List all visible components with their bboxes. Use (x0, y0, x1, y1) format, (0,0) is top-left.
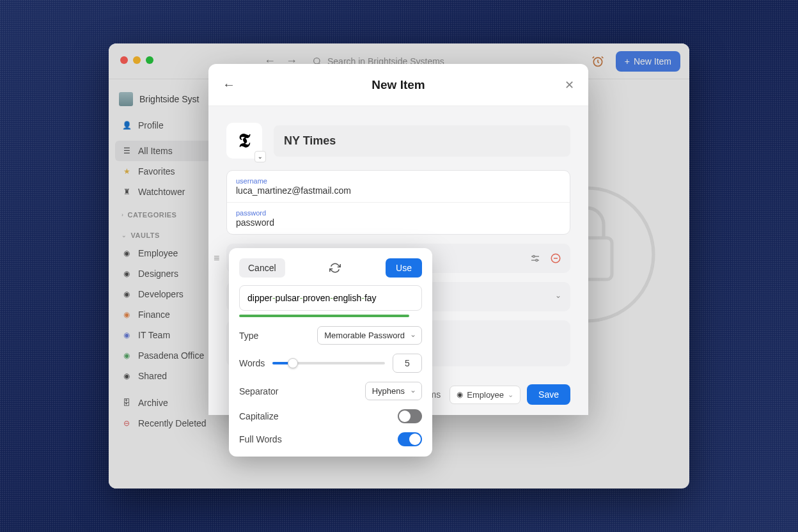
pw-word: fay (364, 293, 377, 303)
grip-icon[interactable]: ≡ (214, 253, 219, 264)
modal-header: ← New Item ✕ (208, 64, 588, 106)
remove-icon[interactable] (550, 253, 561, 264)
full-words-label: Full Words (239, 434, 282, 444)
modal-close-button[interactable]: ✕ (565, 78, 574, 92)
icon-dropdown[interactable]: ⌄ (254, 151, 266, 162)
type-label: Type (239, 331, 258, 341)
svg-point-8 (536, 260, 538, 262)
words-count-input[interactable]: 5 (393, 354, 422, 373)
chevron-down-icon: ⌄ (555, 291, 561, 300)
separator-label: Separator (239, 386, 278, 396)
password-generator-popover: Cancel Use dipper-pulsar-proven-english-… (229, 248, 432, 457)
vault-icon: ◉ (457, 390, 463, 399)
modal-back-button[interactable]: ← (223, 77, 235, 92)
username-field[interactable]: username luca_martinez@fastmail.com (227, 171, 570, 203)
capitalize-toggle[interactable] (398, 409, 422, 423)
generated-password-field[interactable]: dipper-pulsar-proven-english-fay (239, 285, 422, 311)
regenerate-button[interactable] (292, 262, 380, 274)
svg-point-7 (533, 256, 535, 258)
password-value: password (236, 217, 561, 228)
chevron-down-icon: ⌄ (508, 391, 513, 399)
vault-selector[interactable]: ◉ Employee ⌄ (450, 386, 520, 404)
refresh-icon (329, 262, 341, 274)
modal-title: New Item (372, 78, 425, 92)
item-name-field[interactable]: NY Times (274, 125, 570, 157)
words-slider[interactable] (272, 362, 385, 364)
save-button[interactable]: Save (527, 384, 570, 405)
credentials-section: username luca_martinez@fastmail.com pass… (226, 170, 570, 235)
capitalize-label: Capitalize (239, 411, 278, 421)
use-button[interactable]: Use (386, 258, 422, 278)
password-label: password (236, 209, 561, 217)
password-field[interactable]: password password (227, 203, 570, 234)
username-label: username (236, 177, 561, 185)
pw-word: proven (302, 293, 330, 303)
full-words-toggle[interactable] (398, 432, 422, 446)
settings-sliders-icon[interactable] (529, 253, 541, 264)
username-value: luca_martinez@fastmail.com (236, 185, 561, 196)
pw-word: english (333, 293, 361, 303)
cancel-button[interactable]: Cancel (239, 258, 285, 278)
password-strength-bar (239, 315, 409, 317)
vault-label: Employee (467, 390, 504, 400)
item-icon[interactable]: 𝕿⌄ (226, 123, 262, 159)
pw-word: pulsar (276, 293, 300, 303)
words-label: Words (239, 358, 265, 368)
slider-thumb[interactable] (288, 358, 298, 368)
type-select[interactable]: Memorable Password (317, 326, 422, 345)
separator-select[interactable]: Hyphens (365, 382, 422, 400)
pw-word: dipper (247, 293, 272, 303)
